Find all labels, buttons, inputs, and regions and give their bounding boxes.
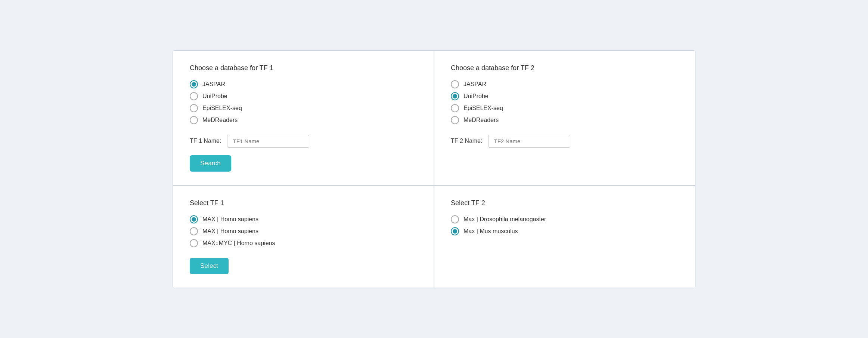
tf1-medreaders-option[interactable]: MeDReaders bbox=[190, 116, 417, 124]
tf2-name-row: TF 2 Name: bbox=[451, 135, 678, 148]
tf1-option-1-radio[interactable] bbox=[190, 215, 198, 223]
tf2-jaspar-option[interactable]: JASPAR bbox=[451, 80, 678, 88]
main-grid: Choose a database for TF 1 JASPAR UniPro… bbox=[173, 50, 695, 288]
tf2-jaspar-label: JASPAR bbox=[464, 81, 486, 88]
tf2-option-1-radio[interactable] bbox=[451, 215, 459, 223]
tf1-name-label: TF 1 Name: bbox=[190, 138, 221, 144]
tf1-uniprobe-radio[interactable] bbox=[190, 92, 198, 100]
tf2-episelex-option[interactable]: EpiSELEX-seq bbox=[451, 104, 678, 112]
tf1-episelex-radio[interactable] bbox=[190, 104, 198, 112]
tf1-name-input[interactable] bbox=[227, 135, 309, 148]
panel-tf1-title: Choose a database for TF 1 bbox=[190, 64, 417, 72]
tf2-medreaders-label: MeDReaders bbox=[464, 117, 499, 123]
tf2-option-1[interactable]: Max | Drosophila melanogaster bbox=[451, 215, 678, 223]
tf2-option-1-label: Max | Drosophila melanogaster bbox=[464, 216, 546, 223]
tf1-option-2-radio[interactable] bbox=[190, 227, 198, 235]
tf1-option-1[interactable]: MAX | Homo sapiens bbox=[190, 215, 417, 223]
tf2-uniprobe-label: UniProbe bbox=[464, 93, 489, 100]
panel-tf2-select-title: Select TF 2 bbox=[451, 199, 678, 207]
tf2-episelex-radio[interactable] bbox=[451, 104, 459, 112]
tf2-uniprobe-radio[interactable] bbox=[451, 92, 459, 100]
tf2-uniprobe-option[interactable]: UniProbe bbox=[451, 92, 678, 100]
tf2-name-input[interactable] bbox=[488, 135, 570, 148]
tf1-jaspar-radio[interactable] bbox=[190, 80, 198, 88]
panel-tf1-database: Choose a database for TF 1 JASPAR UniPro… bbox=[173, 50, 434, 185]
tf1-jaspar-option[interactable]: JASPAR bbox=[190, 80, 417, 88]
tf2-select-radio-group: Max | Drosophila melanogaster Max | Mus … bbox=[451, 215, 678, 235]
tf1-episelex-label: EpiSELEX-seq bbox=[202, 105, 242, 112]
tf1-medreaders-label: MeDReaders bbox=[202, 117, 238, 123]
tf1-option-3-radio[interactable] bbox=[190, 239, 198, 247]
select-button[interactable]: Select bbox=[190, 258, 229, 274]
tf1-jaspar-label: JASPAR bbox=[202, 81, 225, 88]
tf1-uniprobe-label: UniProbe bbox=[202, 93, 227, 100]
tf2-option-2[interactable]: Max | Mus musculus bbox=[451, 227, 678, 235]
panel-tf1-select: Select TF 1 MAX | Homo sapiens MAX | Hom… bbox=[173, 185, 434, 288]
tf1-option-2[interactable]: MAX | Homo sapiens bbox=[190, 227, 417, 235]
tf1-database-radio-group: JASPAR UniProbe EpiSELEX-seq MeDReaders bbox=[190, 80, 417, 124]
tf2-episelex-label: EpiSELEX-seq bbox=[464, 105, 503, 112]
panel-tf2-database: Choose a database for TF 2 JASPAR UniPro… bbox=[434, 50, 695, 185]
tf1-medreaders-radio[interactable] bbox=[190, 116, 198, 124]
panel-tf2-title: Choose a database for TF 2 bbox=[451, 64, 678, 72]
tf1-episelex-option[interactable]: EpiSELEX-seq bbox=[190, 104, 417, 112]
tf2-medreaders-radio[interactable] bbox=[451, 116, 459, 124]
tf2-medreaders-option[interactable]: MeDReaders bbox=[451, 116, 678, 124]
tf2-name-label: TF 2 Name: bbox=[451, 138, 482, 144]
tf2-option-2-radio[interactable] bbox=[451, 227, 459, 235]
panel-tf2-select: Select TF 2 Max | Drosophila melanogaste… bbox=[434, 185, 695, 288]
search-button[interactable]: Search bbox=[190, 155, 231, 172]
panel-tf1-select-title: Select TF 1 bbox=[190, 199, 417, 207]
tf1-name-row: TF 1 Name: bbox=[190, 135, 417, 148]
tf1-option-1-label: MAX | Homo sapiens bbox=[202, 216, 258, 223]
tf1-select-radio-group: MAX | Homo sapiens MAX | Homo sapiens MA… bbox=[190, 215, 417, 247]
tf2-jaspar-radio[interactable] bbox=[451, 80, 459, 88]
tf1-option-2-label: MAX | Homo sapiens bbox=[202, 228, 258, 235]
tf1-option-3[interactable]: MAX::MYC | Homo sapiens bbox=[190, 239, 417, 247]
tf1-uniprobe-option[interactable]: UniProbe bbox=[190, 92, 417, 100]
tf1-option-3-label: MAX::MYC | Homo sapiens bbox=[202, 240, 275, 247]
tf2-option-2-label: Max | Mus musculus bbox=[464, 228, 518, 235]
tf2-database-radio-group: JASPAR UniProbe EpiSELEX-seq MeDReaders bbox=[451, 80, 678, 124]
